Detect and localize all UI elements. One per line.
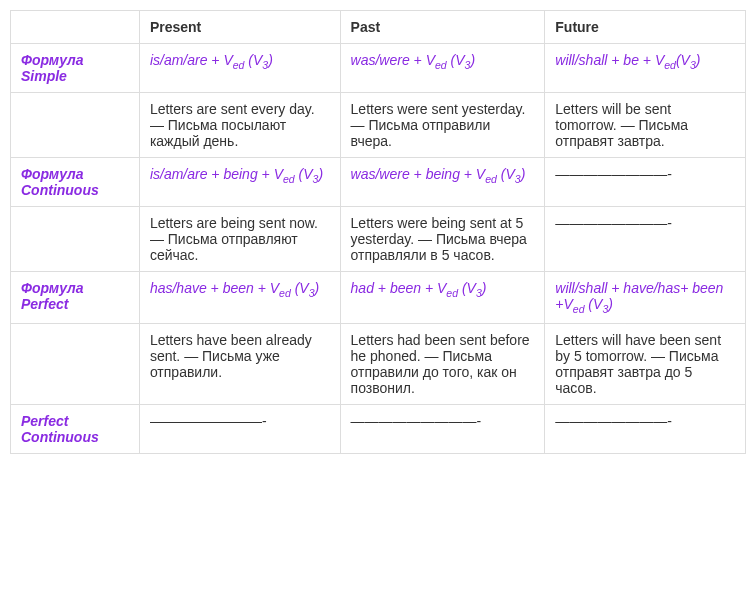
perfect-present-example: Letters have been already sent. — Письма… [139, 323, 340, 404]
perfect-example-row: Letters have been already sent. — Письма… [11, 323, 746, 404]
perfect-continuous-past: —————————- [340, 404, 545, 453]
perfect-past-example: Letters had been sent before he phoned. … [340, 323, 545, 404]
header-empty [11, 11, 140, 44]
simple-example-label [11, 93, 140, 158]
continuous-formula-row: Формула Continuous is/am/are + being + V… [11, 158, 746, 207]
header-future: Future [545, 11, 746, 44]
simple-present-example: Letters are sent every day. — Письма пос… [139, 93, 340, 158]
perfect-future-formula: will/shall + have/has+ been +Ved (V3) [545, 272, 746, 324]
perfect-continuous-row: Perfect Continuous ————————- —————————- … [11, 404, 746, 453]
continuous-past-example: Letters were being sent at 5 yesterday. … [340, 207, 545, 272]
simple-formula-row: Формула Simple is/am/are + Ved (V3) was/… [11, 44, 746, 93]
simple-future-example: Letters will be sent tomorrow. — Письма … [545, 93, 746, 158]
continuous-future-formula: ————————- [545, 158, 746, 207]
perfect-present-formula: has/have + been + Ved (V3) [139, 272, 340, 324]
passive-voice-table: Present Past Future Формула Simple is/am… [10, 10, 746, 454]
simple-label: Формула Simple [11, 44, 140, 93]
perfect-continuous-present: ————————- [139, 404, 340, 453]
continuous-present-example: Letters are being sent now. — Письма отп… [139, 207, 340, 272]
perfect-future-example: Letters will have been sent by 5 tomorro… [545, 323, 746, 404]
simple-present-formula: is/am/are + Ved (V3) [139, 44, 340, 93]
simple-example-row: Letters are sent every day. — Письма пос… [11, 93, 746, 158]
perfect-example-label [11, 323, 140, 404]
perfect-continuous-label: Perfect Continuous [11, 404, 140, 453]
continuous-present-formula: is/am/are + being + Ved (V3) [139, 158, 340, 207]
header-past: Past [340, 11, 545, 44]
simple-future-formula: will/shall + be + Ved(V3) [545, 44, 746, 93]
continuous-past-formula: was/were + being + Ved (V3) [340, 158, 545, 207]
continuous-example-label [11, 207, 140, 272]
perfect-label: Формула Perfect [11, 272, 140, 324]
simple-past-example: Letters were sent yesterday. — Письма от… [340, 93, 545, 158]
simple-past-formula: was/were + Ved (V3) [340, 44, 545, 93]
header-row: Present Past Future [11, 11, 746, 44]
header-present: Present [139, 11, 340, 44]
perfect-continuous-future: ————————- [545, 404, 746, 453]
perfect-formula-row: Формула Perfect has/have + been + Ved (V… [11, 272, 746, 324]
continuous-future-example: ————————- [545, 207, 746, 272]
continuous-label: Формула Continuous [11, 158, 140, 207]
continuous-example-row: Letters are being sent now. — Письма отп… [11, 207, 746, 272]
perfect-past-formula: had + been + Ved (V3) [340, 272, 545, 324]
